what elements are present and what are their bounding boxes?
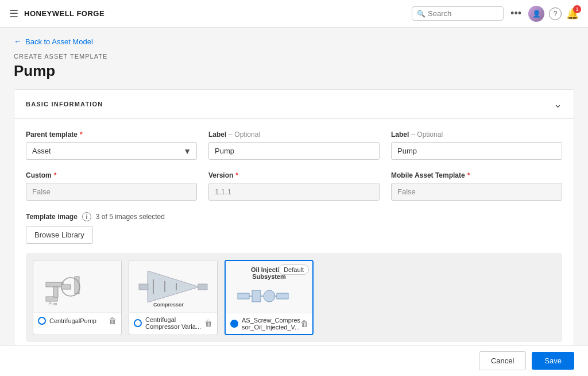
- delete-pump-icon[interactable]: 🗑: [109, 316, 117, 325]
- parent-template-label: Parent template *: [26, 131, 197, 139]
- svg-rect-5: [53, 287, 58, 297]
- mobile-input: [391, 183, 562, 201]
- more-icon[interactable]: •••: [508, 5, 524, 22]
- svg-marker-7: [148, 271, 199, 302]
- page-title: Pump: [14, 62, 574, 80]
- version-label: Version *: [208, 171, 380, 179]
- label1-col: Label – Optional: [208, 131, 380, 160]
- version-col: Version *: [208, 171, 380, 201]
- search-input[interactable]: [428, 9, 497, 18]
- parent-template-select[interactable]: Asset: [26, 142, 197, 160]
- card-header: BASIC INFORMATION ⌄: [14, 90, 574, 119]
- form-row-2: Custom * Version * Mobile Asset Template: [26, 171, 562, 201]
- label1-label: Label – Optional: [208, 131, 380, 139]
- label2-label: Label – Optional: [391, 131, 562, 139]
- template-image-section: Template image i 3 of 5 images selected …: [26, 212, 562, 342]
- image-card-label-row-compressor: Centrifugal Compressor Varia...: [134, 316, 204, 330]
- image-card-name-oil: AS_Screw_Compres sor_Oil_Injected_V...: [242, 317, 300, 331]
- label2-input[interactable]: [391, 142, 562, 160]
- svg-rect-17: [277, 293, 288, 299]
- delete-compressor-icon[interactable]: 🗑: [204, 319, 212, 328]
- image-card-compressor: Compressor Centrifugal Compressor Varia.…: [129, 260, 218, 335]
- svg-rect-0: [46, 282, 63, 287]
- image-card-top-oil: Default Oil Injection Subsystem: [226, 261, 312, 313]
- card-body: Parent template * Asset ▼ Label – Option…: [14, 119, 574, 354]
- create-label: CREATE ASSET TEMPLATE: [14, 53, 574, 60]
- back-link[interactable]: ← Back to Asset Model: [14, 37, 574, 46]
- svg-rect-8: [139, 284, 148, 290]
- image-card-label-row-pump: CentrifugalPump: [38, 317, 96, 325]
- radio-pump[interactable]: [38, 317, 46, 325]
- page-content: ← Back to Asset Model CREATE ASSET TEMPL…: [0, 28, 588, 376]
- avatar-img: 👤: [528, 6, 544, 22]
- image-card-bottom-oil: AS_Screw_Compres sor_Oil_Injected_V... 🗑: [226, 313, 312, 334]
- back-arrow-icon: ←: [14, 37, 22, 46]
- footer: Cancel Save: [0, 345, 588, 376]
- parent-template-select-wrapper: Asset ▼: [26, 142, 197, 160]
- search-box[interactable]: 🔍: [412, 6, 504, 21]
- svg-text:Pum: Pum: [49, 302, 57, 306]
- radio-compressor[interactable]: [134, 319, 142, 327]
- svg-rect-3: [61, 285, 71, 289]
- image-cards-container: Pum CentrifugalPump 🗑: [26, 253, 562, 342]
- brand-logo: HONEYWELL FORGE: [24, 9, 412, 18]
- image-card-top-compressor: Compressor: [129, 260, 217, 312]
- label1-input[interactable]: [208, 142, 380, 160]
- parent-template-col: Parent template * Asset ▼: [26, 131, 197, 160]
- custom-label: Custom *: [26, 171, 197, 179]
- form-row-1: Parent template * Asset ▼ Label – Option…: [26, 131, 562, 160]
- image-card-name-pump: CentrifugalPump: [49, 317, 96, 324]
- svg-rect-15: [252, 290, 261, 302]
- help-icon[interactable]: ?: [549, 7, 562, 20]
- save-button[interactable]: Save: [532, 352, 574, 370]
- svg-point-16: [264, 290, 275, 302]
- back-link-label: Back to Asset Model: [25, 37, 93, 46]
- image-card-pump: Pum CentrifugalPump 🗑: [33, 260, 122, 335]
- custom-input: [26, 183, 197, 201]
- svg-rect-9: [198, 284, 207, 290]
- default-badge: Default: [278, 264, 309, 275]
- mobile-label: Mobile Asset Template *: [391, 171, 562, 179]
- basic-info-card: BASIC INFORMATION ⌄ Parent template * As…: [14, 89, 574, 354]
- svg-text:Compressor: Compressor: [153, 302, 184, 308]
- cancel-button[interactable]: Cancel: [479, 351, 526, 370]
- template-image-label: Template image i 3 of 5 images selected: [26, 212, 562, 221]
- mobile-col: Mobile Asset Template *: [391, 171, 562, 201]
- pump-svg: Pum: [43, 265, 112, 308]
- info-icon[interactable]: i: [82, 212, 91, 221]
- hamburger-icon[interactable]: ☰: [9, 7, 18, 20]
- compressor-svg: Compressor: [136, 265, 211, 308]
- version-input: [208, 183, 380, 201]
- collapse-icon[interactable]: ⌄: [554, 98, 562, 110]
- image-card-bottom-compressor: Centrifugal Compressor Varia... 🗑: [129, 312, 217, 333]
- notification-badge: 1: [573, 5, 581, 13]
- top-nav: ☰ HONEYWELL FORGE 🔍 ••• 👤 ? 🔔 1: [0, 0, 588, 28]
- delete-oil-icon[interactable]: 🗑: [300, 319, 308, 328]
- image-card-name-compressor: Centrifugal Compressor Varia...: [145, 316, 204, 330]
- images-count: 3 of 5 images selected: [96, 213, 165, 221]
- card-header-title: BASIC INFORMATION: [26, 101, 103, 108]
- svg-rect-14: [238, 293, 249, 299]
- search-icon: 🔍: [417, 10, 425, 18]
- avatar[interactable]: 👤: [528, 6, 544, 22]
- image-card-label-row-oil: AS_Screw_Compres sor_Oil_Injected_V...: [230, 317, 300, 331]
- custom-col: Custom *: [26, 171, 197, 201]
- radio-oil[interactable]: [230, 320, 238, 328]
- oil-svg: [235, 285, 292, 308]
- notification-icon[interactable]: 🔔 1: [566, 7, 579, 20]
- nav-right: 🔍 ••• 👤 ? 🔔 1: [412, 5, 579, 22]
- image-card-oil: Default Oil Injection Subsystem: [225, 260, 314, 335]
- label2-col: Label – Optional: [391, 131, 562, 160]
- image-card-bottom-pump: CentrifugalPump 🗑: [33, 312, 121, 329]
- image-card-top-pump: Pum: [33, 260, 121, 312]
- browse-library-button[interactable]: Browse Library: [26, 226, 93, 244]
